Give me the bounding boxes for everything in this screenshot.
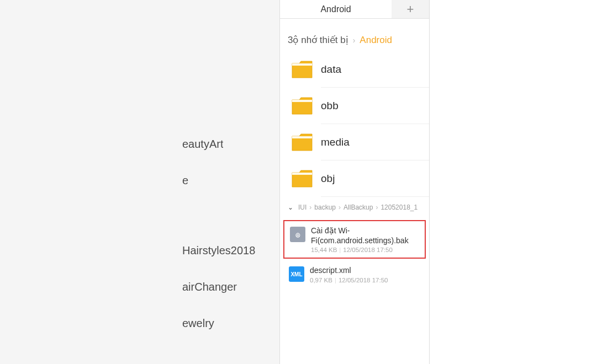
file-name: descript.xml [310,265,420,275]
breadcrumb-part[interactable]: backup [314,204,336,211]
list-item[interactable]: ewelry [0,317,214,330]
breadcrumb: 3ộ nhớ thiết bị › Android [280,19,429,51]
breadcrumb-part[interactable]: 12052018_1 [381,204,418,211]
svg-rect-1 [292,100,312,102]
list-item[interactable]: Hairstyles2018 [0,244,255,257]
list-item[interactable]: e [0,174,188,187]
svg-rect-0 [292,63,312,66]
folder-row-obb[interactable]: obb [291,88,429,124]
bak-file-icon: ◎ [290,227,305,242]
chevron-right-icon: › [353,36,356,45]
tab-add-button[interactable]: + [392,0,429,18]
breadcrumb-part[interactable]: IUI [298,204,306,211]
folder-row-obj[interactable]: obj [291,160,429,197]
svg-rect-2 [292,136,312,138]
chevron-right-icon: › [309,204,311,211]
folder-icon [291,60,313,79]
file-row-descript[interactable]: XML descript.xml 0,97 KB|12/05/2018 17:5… [283,261,426,287]
file-meta: 15,44 KB|12/05/2018 17:50 [311,247,419,253]
file-text: descript.xml 0,97 KB|12/05/2018 17:50 [310,265,420,283]
file-row-wifi-settings[interactable]: ◎ Cài đặt Wi-Fi(com.android.settings).ba… [283,220,426,259]
list-item[interactable]: eautyArt [0,138,223,151]
xml-file-icon: XML [289,266,304,282]
folder-list: data obb media obj [280,51,429,197]
breadcrumb-part[interactable]: AllBackup [344,204,373,211]
file-text: Cài đặt Wi-Fi(com.android.settings).bak … [311,226,419,253]
chevron-down-icon[interactable]: ⌄ [286,202,295,212]
secondary-breadcrumb: ⌄ IUI › backup › AllBackup › 12052018_1 [280,197,429,218]
breadcrumb-current: Android [360,35,392,46]
folder-name: obb [321,88,429,124]
folder-row-media[interactable]: media [291,124,429,160]
folder-name: media [321,124,429,160]
file-meta: 0,97 KB|12/05/2018 17:50 [310,277,420,283]
svg-rect-3 [292,173,312,175]
breadcrumb-parent[interactable]: 3ộ nhớ thiết bị [288,34,348,46]
folder-icon [291,133,313,152]
folder-name: obj [321,160,429,197]
folder-icon [291,97,313,115]
folder-icon [291,169,313,188]
right-panel: Android + 3ộ nhớ thiết bị › Android data… [279,0,430,364]
folder-row-data[interactable]: data [291,51,429,88]
folder-name: data [321,51,429,88]
chevron-right-icon: › [376,204,378,211]
list-item[interactable]: airChanger [0,281,237,293]
tab-android[interactable]: Android [280,0,392,18]
chevron-right-icon: › [339,204,341,211]
file-name: Cài đặt Wi-Fi(com.android.settings).bak [311,226,419,245]
left-panel: eautyArt e Hairstyles2018 airChanger ewe… [0,0,279,364]
tab-bar: Android + [280,0,429,19]
